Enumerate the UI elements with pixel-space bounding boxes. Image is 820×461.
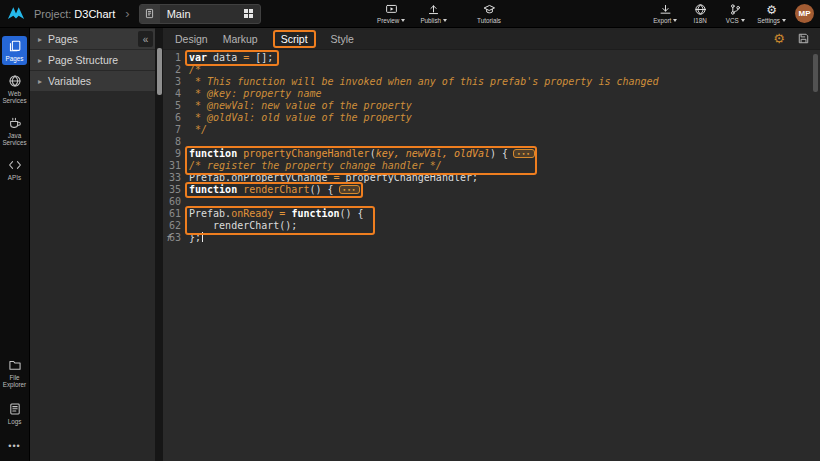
line-number: 33 — [163, 172, 187, 184]
breadcrumb-chevron-icon: › — [125, 6, 129, 21]
topbar-action-label: Tutorials — [477, 17, 501, 24]
tab-markup[interactable]: Markup — [223, 30, 258, 48]
topbar-action-export[interactable]: Export — [652, 3, 678, 24]
line-number: 4 — [163, 88, 187, 100]
code-line[interactable]: 9 function propertyChangeHandler(key, ne… — [163, 148, 820, 160]
tab-style[interactable]: Style — [331, 30, 354, 48]
vcs-icon — [729, 3, 742, 16]
code-line[interactable]: f63 }; — [163, 232, 820, 244]
tab-script[interactable]: Script — [273, 30, 316, 48]
code-editor[interactable]: 1 var data = []; 2 /* 3 * This function … — [163, 50, 820, 461]
iconbar-item-more[interactable]: ••• — [0, 436, 29, 456]
iconbar-item-web-services[interactable]: Web Services — [0, 71, 29, 107]
editor-settings-gear-icon[interactable]: ⚙ — [773, 31, 785, 46]
iconbar-top-group: Pages Web Services Java Services APIs — [0, 36, 29, 184]
topbar-action-label: Settings — [757, 17, 780, 24]
panel-item-label: Variables — [48, 75, 91, 87]
panel-scrollbar[interactable] — [155, 28, 163, 461]
publish-icon — [427, 3, 440, 16]
line-number: 62 — [163, 220, 187, 232]
code-line[interactable]: 35 function renderChart() {••• — [163, 184, 820, 196]
topbar-action-label: Preview — [377, 17, 399, 24]
code-text: * @oldVal: old value of the property — [189, 112, 412, 124]
panel-item-page-structure[interactable]: ▸ Page Structure — [30, 50, 155, 70]
tutorials-icon — [483, 3, 496, 16]
topbar-action-i18n[interactable]: I18N — [687, 3, 713, 24]
code-text: */ — [189, 124, 207, 136]
topbar-action-label: I18N — [694, 17, 707, 24]
code-fold-marker-icon[interactable]: ••• — [513, 149, 535, 158]
iconbar-item-java-services[interactable]: Java Services — [0, 113, 29, 149]
page-grid-icon[interactable] — [238, 9, 260, 18]
code-text: /* — [189, 64, 201, 76]
line-number: 31 — [163, 160, 187, 172]
code-line[interactable]: 61 Prefab.onReady = function() { — [163, 208, 820, 220]
topbar-action-vcs[interactable]: VCS — [722, 3, 748, 24]
editor-scrollbar-thumb[interactable] — [813, 54, 818, 92]
line-number: 61 — [163, 208, 187, 220]
code-line[interactable]: 31 /* register the property change handl… — [163, 160, 820, 172]
web-services-icon — [8, 74, 22, 88]
code-line[interactable]: 7 */ — [163, 124, 820, 136]
project-label: Project: — [34, 8, 71, 20]
code-line[interactable]: 1 var data = []; — [163, 52, 820, 64]
iconbar-item-label: Web Services — [1, 90, 29, 104]
save-icon[interactable] — [797, 32, 810, 45]
page-selector[interactable]: Main — [139, 4, 261, 24]
topbar-action-label: Publish — [420, 17, 441, 24]
code-line[interactable]: 5 * @newVal: new value of the property — [163, 100, 820, 112]
iconbar-item-file-explorer[interactable]: File Explorer — [0, 355, 29, 391]
panel-item-label: Pages — [48, 33, 78, 45]
i18n-icon — [694, 3, 707, 16]
line-number: 2 — [163, 64, 187, 76]
code-fold-marker-icon[interactable]: ••• — [339, 185, 361, 194]
panel-item-pages[interactable]: ▸ Pages « — [30, 29, 155, 49]
code-text: function renderChart() {••• — [189, 184, 360, 196]
code-line[interactable]: 8 — [163, 136, 820, 148]
chevron-down-icon — [401, 19, 405, 22]
code-text: * This function will be invoked when any… — [189, 76, 659, 88]
app-logo-icon[interactable] — [7, 6, 25, 21]
panel-item-variables[interactable]: ▸ Variables — [30, 71, 155, 91]
apis-icon — [8, 158, 22, 172]
code-line[interactable]: 2 /* — [163, 64, 820, 76]
line-number: 3 — [163, 76, 187, 88]
tab-design[interactable]: Design — [175, 30, 208, 48]
topbar-right-actions: Export I18N VCS ⚙ Settings MP — [652, 0, 814, 27]
line-number: 60 — [163, 196, 187, 208]
code-line[interactable]: 4 * @key: property name — [163, 88, 820, 100]
gutter-marker: f — [166, 232, 171, 244]
topbar: Project: D3Chart › Main Preview Publish … — [0, 0, 820, 28]
code-text: /* register the property change handler … — [189, 160, 442, 172]
code-line[interactable]: 6 * @oldVal: old value of the property — [163, 112, 820, 124]
iconbar-item-logs[interactable]: Logs — [0, 399, 29, 428]
user-avatar[interactable]: MP — [795, 4, 814, 23]
text-cursor — [202, 232, 203, 242]
line-number: 9 — [163, 148, 187, 160]
chevron-down-icon — [673, 19, 677, 22]
page-selector-value: Main — [160, 8, 238, 20]
project-name: D3Chart — [74, 8, 115, 20]
code-line[interactable]: 3 * This function will be invoked when a… — [163, 76, 820, 88]
code-line[interactable]: 33 Prefab.onPropertyChange = propertyCha… — [163, 172, 820, 184]
iconbar-item-label: Logs — [8, 418, 22, 425]
code-line[interactable]: 60 — [163, 196, 820, 208]
line-number: 7 — [163, 124, 187, 136]
code-text: * @key: property name — [189, 88, 321, 100]
iconbar-item-pages[interactable]: Pages — [2, 36, 27, 65]
collapse-panel-button[interactable]: « — [138, 31, 153, 47]
code-line[interactable]: 62 renderChart(); — [163, 220, 820, 232]
topbar-action-publish[interactable]: Publish — [420, 3, 447, 24]
topbar-action-settings[interactable]: ⚙ Settings — [757, 3, 786, 24]
chevron-right-icon: ▸ — [38, 56, 42, 65]
preview-icon — [385, 3, 398, 16]
topbar-action-tutorials[interactable]: Tutorials — [476, 3, 502, 24]
code-text: function propertyChangeHandler(key, newV… — [189, 148, 535, 160]
iconbar-item-apis[interactable]: APIs — [0, 155, 29, 184]
panel-scrollbar-thumb[interactable] — [157, 48, 162, 95]
left-iconbar: Pages Web Services Java Services APIs Fi… — [0, 28, 30, 461]
topbar-action-preview[interactable]: Preview — [377, 3, 405, 24]
iconbar-item-label: APIs — [8, 174, 21, 181]
editor-tabbar: Design Markup Script Style ⚙ — [163, 28, 820, 50]
code-text: * @newVal: new value of the property — [189, 100, 412, 112]
